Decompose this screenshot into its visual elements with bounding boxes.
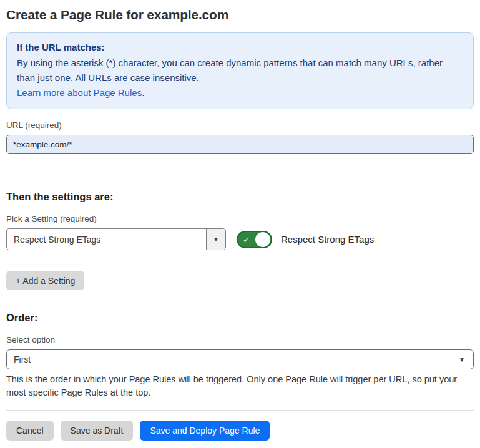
page-title: Create a Page Rule for example.com (6, 7, 474, 22)
toggle-knob (255, 232, 270, 247)
checkmark-icon: ✓ (243, 235, 250, 244)
cancel-button[interactable]: Cancel (6, 421, 54, 441)
divider (6, 301, 474, 301)
learn-more-link[interactable]: Learn more about Page Rules (17, 87, 142, 98)
setting-dropdown-value: Respect Strong ETags (7, 229, 206, 250)
save-draft-button[interactable]: Save as Draft (61, 421, 134, 441)
chevron-down-icon[interactable]: ▼ (206, 229, 225, 250)
info-box-body: By using the asterisk (*) character, you… (17, 56, 463, 85)
divider (6, 180, 474, 180)
settings-section-heading: Then the settings are: (6, 191, 474, 203)
setting-dropdown[interactable]: Respect Strong ETags ▼ (6, 228, 226, 250)
divider (6, 410, 474, 411)
order-select-value: First (14, 354, 31, 364)
order-select[interactable]: First ▼ (6, 349, 474, 369)
setting-row: Respect Strong ETags ▼ ✓ Respect Strong … (6, 228, 474, 250)
url-matches-info-box: If the URL matches: By using the asteris… (6, 32, 474, 109)
save-deploy-button[interactable]: Save and Deploy Page Rule (140, 421, 270, 441)
order-help-text: This is the order in which your Page Rul… (6, 373, 471, 399)
footer-button-row: Cancel Save as Draft Save and Deploy Pag… (6, 421, 474, 441)
setting-toggle-label: Respect Strong ETags (281, 234, 374, 245)
chevron-down-icon: ▼ (459, 356, 465, 363)
create-page-rule-form: Create a Page Rule for example.com If th… (0, 0, 480, 441)
link-period: . (142, 87, 144, 98)
setting-toggle[interactable]: ✓ (237, 231, 272, 248)
order-section-heading: Order: (6, 312, 474, 324)
info-box-link-line: Learn more about Page Rules. (17, 85, 463, 100)
pick-setting-label: Pick a Setting (required) (6, 214, 474, 223)
url-field-label: URL (required) (6, 120, 474, 130)
info-box-heading: If the URL matches: (17, 40, 463, 55)
order-select-label: Select option (6, 335, 474, 344)
add-setting-button[interactable]: + Add a Setting (6, 271, 84, 290)
url-input[interactable] (6, 135, 474, 154)
